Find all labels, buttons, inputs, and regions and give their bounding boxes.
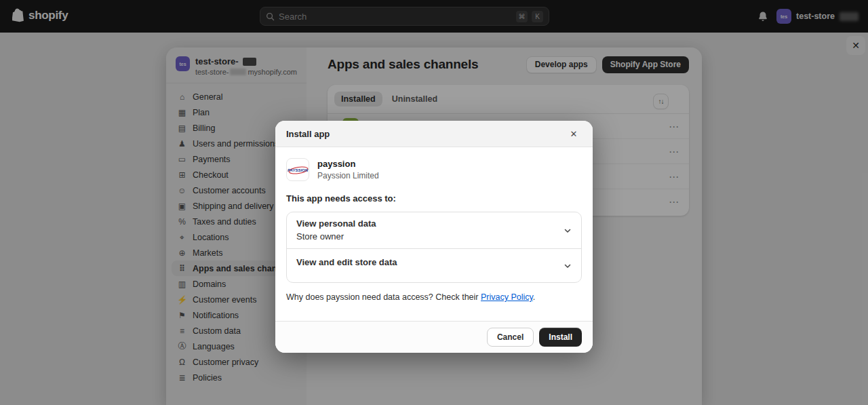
dialog-close-button[interactable]: ✕ [566, 126, 582, 142]
chevron-down-icon[interactable] [564, 227, 572, 235]
permission-view-personal-data[interactable]: View personal data Store owner [287, 212, 581, 248]
permission-view-edit-store-data[interactable]: View and edit store data [287, 248, 581, 282]
permission-title: View and edit store data [296, 257, 572, 267]
cancel-button[interactable]: Cancel [487, 328, 534, 347]
dialog-title: Install app [286, 129, 330, 139]
privacy-policy-link[interactable]: Privacy Policy [481, 292, 533, 302]
install-button[interactable]: Install [539, 328, 582, 347]
payssion-app-icon: PAYSSION [286, 158, 309, 181]
app-name: payssion [317, 159, 379, 169]
privacy-note: Why does payssion need data access? Chec… [286, 292, 582, 302]
permission-subtitle: Store owner [296, 231, 572, 242]
access-heading: This app needs access to: [286, 193, 582, 204]
payssion-logo-text: PAYSSION [287, 168, 309, 172]
privacy-text: Why does payssion need data access? Chec… [286, 292, 481, 302]
privacy-period: . [533, 292, 535, 302]
permission-title: View personal data [296, 218, 572, 229]
dialog-body: PAYSSION payssion Payssion Limited This … [275, 147, 593, 311]
install-app-dialog: Install app ✕ PAYSSION payssion Payssion… [275, 121, 593, 353]
dialog-footer: Cancel Install [275, 321, 593, 353]
close-icon: ✕ [570, 129, 578, 139]
dialog-header: Install app ✕ [275, 121, 593, 147]
permissions-box: View personal data Store owner View and … [286, 212, 582, 283]
chevron-down-icon[interactable] [564, 262, 572, 270]
app-developer: Payssion Limited [317, 171, 379, 180]
screen: shopify ⌘ K tes test-store ✕ [0, 0, 868, 405]
